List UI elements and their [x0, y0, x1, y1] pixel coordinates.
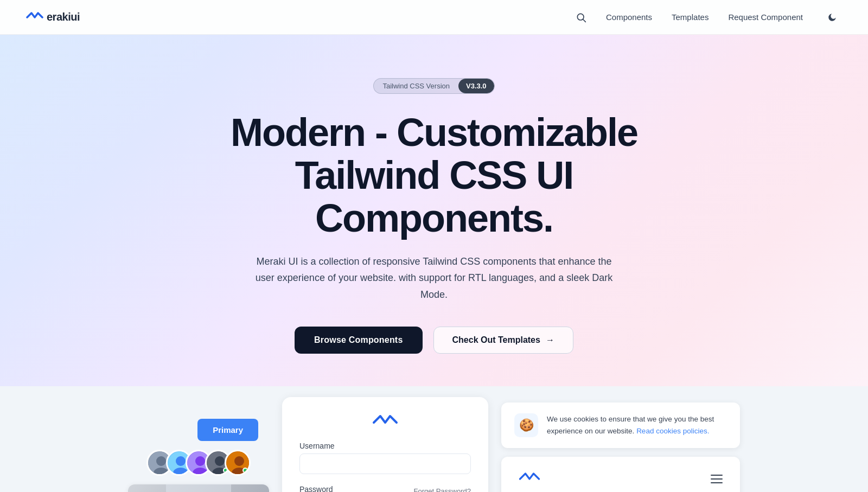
version-tag: V3.3.0	[458, 79, 494, 93]
preview-card-1: Primary	[128, 397, 269, 492]
nav-components-link[interactable]: Components	[606, 12, 652, 22]
logo-icon	[26, 12, 43, 23]
browse-components-button[interactable]: Browse Components	[295, 327, 422, 354]
checkout-templates-button[interactable]: Check Out Templates →	[433, 327, 573, 354]
hamburger-menu[interactable]	[711, 475, 723, 483]
cookie-icon: 🍪	[514, 413, 538, 437]
forgot-password-link[interactable]: Forget Password?	[414, 487, 471, 492]
version-label: Tailwind CSS Version	[374, 79, 458, 93]
login-form-card: Username Password Forget Password?	[282, 397, 488, 492]
hero-subtitle: Meraki UI is a collection of responsive …	[255, 253, 613, 303]
svg-point-15	[234, 456, 244, 466]
username-label: Username	[299, 442, 471, 450]
username-field: Username	[299, 442, 471, 474]
nav-templates-link[interactable]: Templates	[672, 12, 709, 22]
password-field: Password Forget Password?	[299, 485, 471, 492]
password-label: Password	[299, 485, 333, 492]
primary-demo-button[interactable]: Primary	[197, 419, 258, 441]
svg-point-9	[195, 456, 205, 466]
coming-soon-header	[519, 472, 723, 486]
form-logo-icon	[372, 414, 398, 431]
username-input[interactable]	[299, 453, 471, 474]
password-row: Password Forget Password?	[299, 485, 471, 492]
hero-title: Modern - Customizable Tailwind CSS UI Co…	[190, 111, 678, 240]
avatar-5	[225, 450, 251, 476]
svg-point-6	[176, 456, 186, 466]
logo[interactable]: erakiui	[26, 11, 80, 23]
version-badge: Tailwind CSS Version V3.3.0	[373, 78, 494, 94]
preview-section: Primary	[0, 386, 868, 492]
coming-soon-card: Coming Soon	[501, 457, 740, 492]
avatar-5-online-indicator	[242, 468, 248, 473]
logo-text: erakiui	[47, 11, 80, 23]
svg-line-1	[583, 19, 586, 22]
product-card-image	[128, 484, 269, 492]
svg-point-12	[215, 456, 225, 466]
cookie-banner: 🍪 We use cookies to ensure that we give …	[501, 402, 740, 448]
svg-point-3	[156, 456, 166, 466]
nav-request-link[interactable]: Request Component	[728, 12, 803, 22]
product-card: Backpack Lorem ipsum dolor sit amet	[128, 484, 269, 492]
dark-mode-toggle[interactable]	[822, 8, 842, 27]
coming-soon-logo-icon	[519, 472, 540, 486]
hero-buttons: Browse Components Check Out Templates →	[295, 327, 573, 354]
svg-rect-17	[166, 484, 231, 492]
hero-section: Tailwind CSS Version V3.3.0 Modern - Cus…	[0, 35, 868, 386]
avatar-group	[128, 450, 269, 476]
preview-card-3: 🍪 We use cookies to ensure that we give …	[501, 397, 740, 492]
navbar: erakiui Components Templates Request Com…	[0, 0, 868, 35]
cookie-text: We use cookies to ensure that we give yo…	[547, 413, 727, 437]
nav-links: Components Templates Request Component	[576, 8, 842, 27]
search-icon[interactable]	[576, 12, 586, 23]
cookie-policy-link[interactable]: Read cookies policies.	[636, 427, 709, 435]
